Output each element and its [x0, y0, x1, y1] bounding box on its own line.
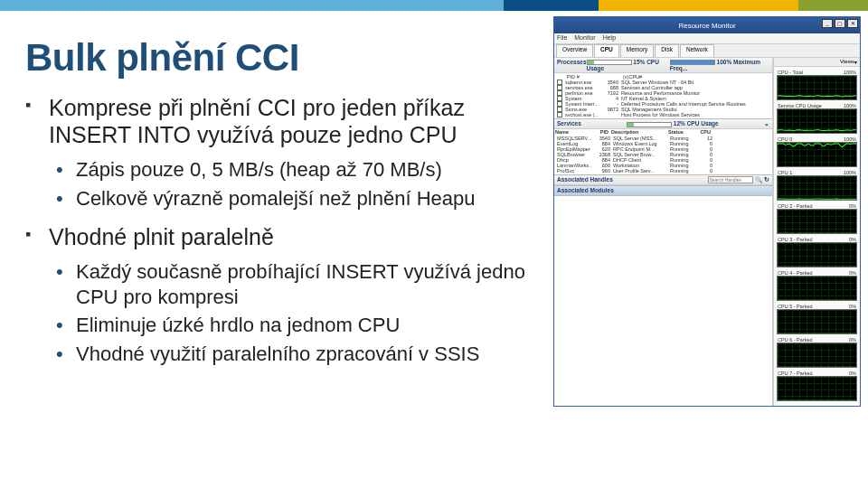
processes-table: PID #(v)CPU#sqlservr.exe3540SQL Server W…: [554, 73, 772, 118]
bullet-l1: Komprese při plnění CCI pro jeden příkaz…: [25, 94, 544, 148]
tab-cpu[interactable]: CPU: [594, 44, 619, 57]
window-titlebar[interactable]: Resource Monitor _ ▢ ✕: [554, 17, 860, 33]
accent-seg: [0, 0, 504, 11]
chevron-down-icon[interactable]: ⌄: [764, 120, 769, 127]
menu-help[interactable]: Help: [603, 34, 616, 42]
resource-monitor-window: Resource Monitor _ ▢ ✕ File Monitor Help…: [553, 16, 861, 407]
cpu-chart: CPU 7 - Parked0%: [777, 371, 857, 401]
bullet-l2: Každý současně probíhající INSERT využív…: [25, 259, 544, 309]
views-button[interactable]: Views: [840, 59, 854, 65]
tab-disk[interactable]: Disk: [655, 44, 679, 57]
accent-seg: [504, 0, 599, 11]
bullet-l1: Vhodné plnit paralelně: [25, 223, 544, 250]
svc-cpu-text: 12% CPU Usage: [674, 120, 719, 127]
bullet-l2: Zápis pouze 0, 5 MB/s (heap až 70 MB/s): [25, 157, 544, 183]
accent-topbar: [0, 0, 868, 11]
services-label[interactable]: Services: [557, 120, 581, 127]
slide-body: Bulk plnění CCI Komprese při plnění CCI …: [0, 11, 868, 488]
cpu-chart: Service CPU Usage100%: [777, 103, 857, 134]
associated-modules-panel: Associated Modules: [554, 186, 772, 196]
services-table: MSSQLSERV...3540SQL Server (MSS...Runnin…: [554, 135, 772, 174]
proc-pid: 9872: [602, 107, 618, 112]
charts-pane: Views ▾ CPU - Total100%Service CPU Usage…: [773, 58, 860, 406]
cpu-chart: CPU 4 - Parked0%: [777, 270, 857, 301]
proc-name: svchost.exe (...: [565, 112, 599, 117]
cpu-chart: CPU 1100%: [777, 170, 857, 201]
tab-memory[interactable]: Memory: [620, 44, 654, 57]
menu-file[interactable]: File: [557, 34, 567, 42]
proc-desc: Host Process for Windows Services: [621, 112, 769, 117]
services-panel: Services 12% CPU Usage ⌄ Name PID Descri…: [554, 119, 772, 175]
tab-overview[interactable]: Overview: [556, 44, 593, 57]
processes-label[interactable]: Processes: [557, 59, 587, 71]
close-button[interactable]: ✕: [847, 19, 858, 28]
menu-monitor[interactable]: Monitor: [574, 34, 595, 42]
screenshot-column: Resource Monitor _ ▢ ✕ File Monitor Help…: [553, 11, 868, 488]
maximize-button[interactable]: ▢: [835, 19, 845, 28]
table-row[interactable]: svchost.exe (...Host Process for Windows…: [556, 112, 770, 117]
cpu-chart: CPU 6 - Parked0%: [777, 337, 857, 368]
cpu-chart: CPU 2 - Parked0%: [777, 203, 857, 234]
text-column: Bulk plnění CCI Komprese při plnění CCI …: [0, 11, 553, 488]
cpu-chart: CPU - Total100%: [777, 70, 857, 100]
assoc-handles-label[interactable]: Associated Handles: [557, 176, 613, 183]
table-row[interactable]: ProfSvc960User Profile Serv...Running0: [556, 168, 770, 174]
tab-network[interactable]: Network: [680, 44, 714, 57]
window-title: Resource Monitor: [678, 22, 735, 30]
bullet-l2: Eliminuje úzké hrdlo na jednom CPU: [25, 313, 544, 338]
tab-bar: Overview CPU Memory Disk Network: [554, 44, 860, 58]
cpu-chart: CPU 5 - Parked0%: [777, 304, 857, 334]
accent-seg: [798, 0, 868, 11]
accent-seg: [599, 0, 798, 11]
cpu-usage-bar-icon: [627, 122, 672, 127]
bullet-l2: Vhodné využití paralelního zpracování v …: [25, 342, 544, 367]
menu-bar: File Monitor Help: [554, 33, 860, 44]
minimize-button[interactable]: _: [822, 19, 833, 28]
cpu-chart: CPU 0100%: [777, 136, 857, 167]
search-handles-input[interactable]: [708, 176, 753, 183]
bullet-l2: Celkově výrazně pomalejší než plnění Hea…: [25, 186, 544, 211]
associated-handles-panel: Associated Handles 🔍 ↻: [554, 175, 772, 186]
slide-title: Bulk plnění CCI: [25, 36, 544, 80]
left-pane: Processes 15% CPU Usage 100% Maximum Fre…: [554, 58, 773, 406]
checkbox[interactable]: [557, 112, 562, 117]
cpu-chart: CPU 3 - Parked0%: [777, 237, 857, 267]
processes-panel: Processes 15% CPU Usage 100% Maximum Fre…: [554, 58, 772, 119]
assoc-modules-label[interactable]: Associated Modules: [557, 187, 614, 193]
